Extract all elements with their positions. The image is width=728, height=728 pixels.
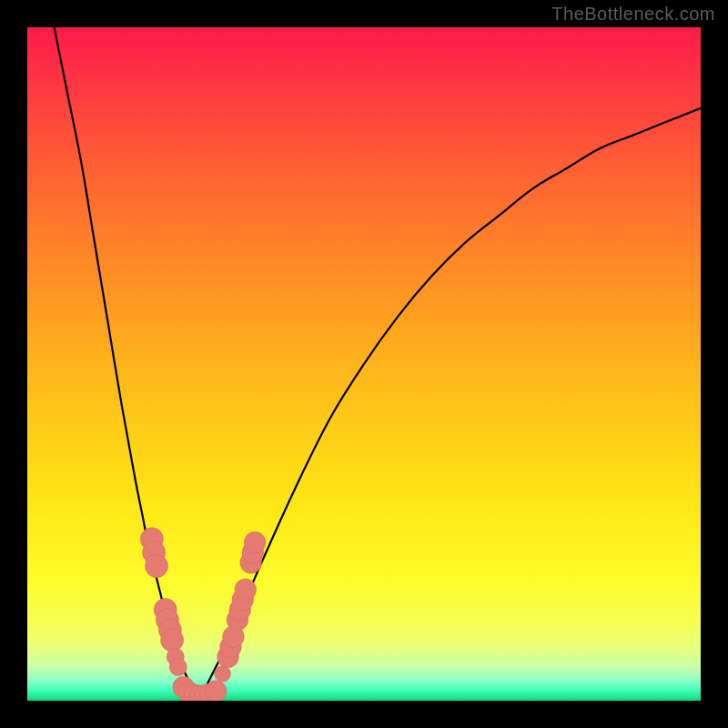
data-marker xyxy=(215,666,231,682)
data-marker xyxy=(169,658,187,675)
data-marker xyxy=(205,681,227,701)
curve-right-curve xyxy=(202,108,701,694)
curve-group xyxy=(55,27,701,697)
data-marker xyxy=(161,629,184,652)
data-marker xyxy=(244,531,266,553)
chart-svg xyxy=(27,27,701,701)
data-marker xyxy=(235,579,257,601)
marker-group xyxy=(140,528,266,701)
plot-area xyxy=(27,27,701,701)
watermark-text: TheBottleneck.com xyxy=(551,4,715,25)
curve-left-curve xyxy=(55,27,196,694)
data-marker xyxy=(146,554,168,577)
chart-frame: TheBottleneck.com xyxy=(0,0,728,728)
